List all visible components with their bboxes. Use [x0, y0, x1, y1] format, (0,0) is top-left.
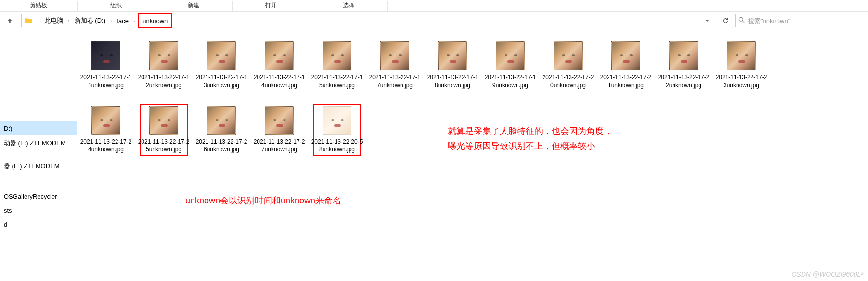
chevron-down-icon [705, 18, 710, 23]
ribbon-tab-new[interactable]: 新建 [155, 1, 232, 10]
file-thumbnail [265, 41, 294, 70]
file-name: 2021-11-13-22-17-14unknown.jpg [253, 73, 306, 90]
sidebar-item-osgallery[interactable]: OSGalleryRecycler [0, 189, 77, 203]
sidebar-item-sts[interactable]: sts [0, 203, 77, 217]
file-thumbnail [207, 41, 236, 70]
nav-up-button[interactable] [4, 15, 15, 27]
search-box[interactable] [735, 14, 860, 27]
annotation-recognition: 就算是采集了人脸特征的，也会因为角度， 曝光等原因导致识别不上，但概率较小 [448, 124, 612, 153]
breadcrumb[interactable]: › 此电脑 › 新加卷 (D:) › face › unknown [21, 14, 713, 27]
watermark: CSDN @WOOZI9600L² [791, 270, 863, 278]
file-thumbnail [727, 41, 756, 70]
file-name: 2021-11-13-22-17-26unknown.jpg [195, 138, 248, 154]
file-name: 2021-11-13-22-17-23unknown.jpg [715, 73, 768, 90]
sidebar-item-ztemodem2[interactable]: 器 (E:) ZTEMODEM [0, 159, 77, 174]
ribbon-tab-organize[interactable]: 组织 [78, 1, 155, 10]
file-thumbnail [438, 41, 467, 70]
breadcrumb-dropdown[interactable] [701, 14, 713, 27]
file-name: 2021-11-13-22-17-21unknown.jpg [599, 73, 652, 90]
search-input[interactable] [748, 17, 857, 25]
file-item[interactable]: 2021-11-13-22-17-17unknown.jpg [371, 40, 419, 92]
file-item[interactable]: 2021-11-13-22-17-18unknown.jpg [428, 40, 477, 92]
breadcrumb-face[interactable]: face [115, 16, 130, 26]
annotation-line1: 就算是采集了人脸特征的，也会因为角度， [448, 124, 612, 139]
file-item[interactable]: 2021-11-13-22-17-13unknown.jpg [197, 40, 246, 92]
file-thumbnail [323, 106, 351, 135]
breadcrumb-unknown[interactable]: unknown [138, 13, 172, 28]
file-thumbnail [323, 41, 351, 70]
sidebar-item-d-drive[interactable]: D:) [0, 121, 77, 135]
ribbon-tab-open[interactable]: 打开 [233, 1, 310, 10]
ribbon-tab-select[interactable]: 选择 [310, 1, 387, 10]
file-name: 2021-11-13-22-17-19unknown.jpg [484, 73, 537, 90]
main-area: D:) 动器 (E:) ZTEMODEM 器 (E:) ZTEMODEM OSG… [0, 30, 868, 281]
file-name: 2021-11-13-22-17-20unknown.jpg [542, 73, 595, 90]
file-name: 2021-11-13-22-17-24unknown.jpg [79, 138, 132, 154]
annotation-line2: 曝光等原因导致识别不上，但概率较小 [448, 139, 612, 154]
arrow-up-icon [6, 17, 13, 24]
search-icon [738, 17, 745, 25]
breadcrumb-this-pc[interactable]: 此电脑 [42, 15, 65, 26]
file-item[interactable]: 2021-11-13-22-17-25unknown.jpg [140, 104, 188, 156]
file-name: 2021-11-13-22-17-15unknown.jpg [311, 73, 363, 90]
file-item[interactable]: 2021-11-13-22-17-14unknown.jpg [255, 40, 303, 92]
sidebar-item-d[interactable]: d [0, 217, 77, 231]
chevron-right-icon: › [35, 18, 42, 24]
file-name: 2021-11-13-22-17-11unknown.jpg [79, 73, 132, 90]
folder-icon [24, 16, 33, 26]
file-name: 2021-11-13-22-17-18unknown.jpg [426, 73, 479, 90]
file-thumbnail [611, 41, 640, 70]
file-grid-row1: 2021-11-13-22-17-11unknown.jpg2021-11-13… [82, 40, 863, 92]
chevron-right-icon: › [107, 18, 115, 24]
file-thumbnail [380, 41, 409, 70]
sidebar-item-ztemodem1[interactable]: 动器 (E:) ZTEMODEM [0, 135, 77, 151]
refresh-button[interactable] [719, 14, 732, 27]
file-item[interactable]: 2021-11-13-22-17-15unknown.jpg [313, 40, 361, 92]
file-name: 2021-11-13-22-17-17unknown.jpg [368, 73, 421, 90]
file-name: 2021-11-13-22-17-12unknown.jpg [137, 73, 190, 90]
svg-line-1 [743, 21, 745, 23]
file-item[interactable]: 2021-11-13-22-17-24unknown.jpg [82, 104, 130, 156]
file-name: 2021-11-13-22-20-58unknown.jpg [311, 138, 363, 154]
file-item[interactable]: 2021-11-13-22-17-23unknown.jpg [717, 40, 765, 92]
file-item[interactable]: 2021-11-13-22-17-22unknown.jpg [660, 40, 708, 92]
chevron-right-icon: › [130, 18, 138, 24]
svg-point-0 [739, 17, 743, 21]
file-thumbnail [669, 41, 698, 70]
file-item[interactable]: 2021-11-13-22-17-27unknown.jpg [255, 104, 303, 156]
file-thumbnail [149, 106, 178, 135]
breadcrumb-drive-d[interactable]: 新加卷 (D:) [73, 15, 107, 26]
file-content-area[interactable]: 2021-11-13-22-17-11unknown.jpg2021-11-13… [77, 30, 868, 281]
ribbon-tab-clipboard[interactable]: 剪贴板 [0, 1, 77, 10]
file-name: 2021-11-13-22-17-25unknown.jpg [137, 138, 190, 154]
file-thumbnail [554, 41, 583, 70]
file-name: 2021-11-13-22-17-22unknown.jpg [657, 73, 710, 90]
refresh-icon [722, 17, 729, 24]
file-item[interactable]: 2021-11-13-22-17-12unknown.jpg [140, 40, 188, 92]
file-thumbnail [91, 41, 120, 70]
file-item[interactable]: 2021-11-13-22-17-21unknown.jpg [602, 40, 650, 92]
file-thumbnail [149, 41, 178, 70]
file-thumbnail [91, 106, 120, 135]
ribbon-tabs: 剪贴板 组织 新建 打开 选择 [0, 0, 868, 12]
file-item[interactable]: 2021-11-13-22-17-26unknown.jpg [197, 104, 246, 156]
file-thumbnail [207, 106, 236, 135]
file-thumbnail [496, 41, 525, 70]
annotation-naming: unknown会以识别时间和unknown来命名 [185, 195, 341, 206]
divider [387, 1, 388, 11]
file-thumbnail [265, 106, 294, 135]
navigation-bar: › 此电脑 › 新加卷 (D:) › face › unknown [0, 12, 868, 30]
file-item[interactable]: 2021-11-13-22-17-20unknown.jpg [544, 40, 592, 92]
file-name: 2021-11-13-22-17-27unknown.jpg [253, 138, 306, 154]
file-item[interactable]: 2021-11-13-22-17-11unknown.jpg [82, 40, 130, 92]
file-item[interactable]: 2021-11-13-22-20-58unknown.jpg [313, 104, 361, 156]
sidebar: D:) 动器 (E:) ZTEMODEM 器 (E:) ZTEMODEM OSG… [0, 30, 77, 281]
file-item[interactable]: 2021-11-13-22-17-19unknown.jpg [486, 40, 534, 92]
file-name: 2021-11-13-22-17-13unknown.jpg [195, 73, 248, 90]
chevron-right-icon: › [65, 18, 72, 24]
